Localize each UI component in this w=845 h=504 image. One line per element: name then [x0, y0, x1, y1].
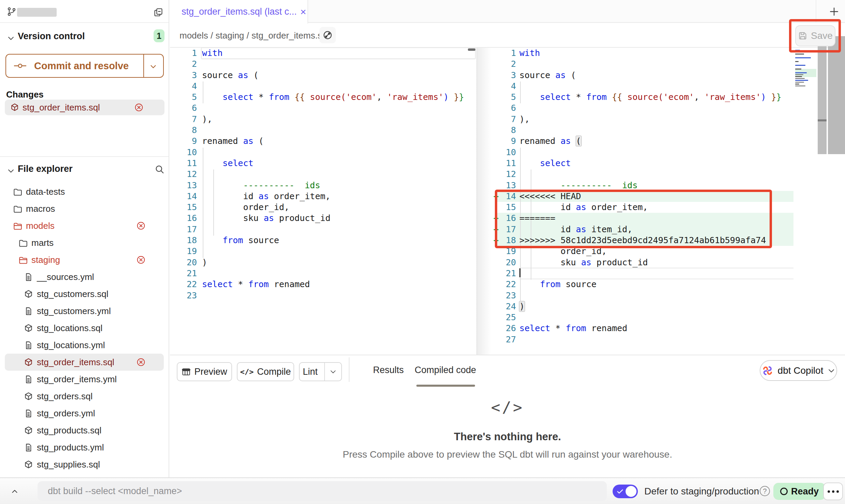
code-line-1[interactable]: 1with	[477, 48, 845, 59]
tab-stg-order-items[interactable]: stg_order_items.sql (last c... ×	[170, 0, 308, 24]
defer-toggle[interactable]	[613, 485, 638, 498]
code-line-2[interactable]: 2	[477, 59, 845, 70]
code-line-5[interactable]: 5 select * from {{ source('ecom', 'raw_i…	[170, 92, 476, 103]
code-line-9[interactable]: 9renamed as (	[170, 136, 476, 147]
code-line-19[interactable]: 19 order_id,	[477, 246, 845, 257]
code-line-7[interactable]: 7),	[477, 114, 845, 125]
code-line-13[interactable]: 13 ---------- ids	[477, 180, 845, 191]
file-tree-item-staging[interactable]: staging	[5, 251, 164, 268]
code-line-3[interactable]: 3source as (	[170, 70, 476, 81]
file-tree-item-models[interactable]: models	[5, 217, 164, 234]
code-line-8[interactable]: 8	[477, 125, 845, 136]
code-line-27[interactable]: 27	[477, 334, 845, 345]
new-tab-plus-icon[interactable]	[829, 6, 840, 17]
tab-results[interactable]: Results	[370, 365, 407, 375]
code-line-22[interactable]: 22select * from renamed	[170, 279, 476, 290]
discard-changes-icon[interactable]	[137, 358, 145, 367]
editor-scrollbar-track[interactable]	[818, 36, 827, 154]
code-line-3[interactable]: 3source as (	[477, 70, 845, 81]
lint-button[interactable]: Lint	[299, 362, 342, 381]
chevron-up-icon[interactable]	[10, 487, 20, 496]
copy-icon[interactable]	[154, 8, 163, 17]
lineage-button[interactable]	[319, 27, 336, 43]
file-tree-item-stg-order-items-yml[interactable]: stg_order_items.yml	[5, 371, 164, 388]
file-tree-item-data-tests[interactable]: data-tests	[5, 183, 164, 200]
save-button[interactable]: Save	[795, 25, 835, 46]
search-icon[interactable]	[154, 164, 164, 174]
code-line-21[interactable]: 21	[477, 268, 845, 279]
code-line-13[interactable]: 13 ---------- ids	[170, 180, 476, 191]
file-tree-item-stg-products-yml[interactable]: stg_products.yml	[5, 439, 164, 456]
code-line-20[interactable]: 20 sku as product_id	[477, 257, 845, 268]
connection-status-badge[interactable]: Ready	[773, 483, 826, 500]
code-line-18[interactable]: +18>>>>>>> 58c1dd23d5eebd9cd2495fa7124ab…	[477, 235, 845, 246]
code-line-5[interactable]: 5 select * from {{ source('ecom', 'raw_i…	[477, 92, 845, 103]
commit-dropdown-chevron-icon[interactable]	[149, 63, 158, 70]
code-line-24[interactable]: 24)	[477, 301, 845, 312]
code-line-11[interactable]: 11 select	[477, 158, 845, 169]
code-line-10[interactable]: 10	[170, 147, 476, 158]
file-tree-item-stg-supplies-sql[interactable]: stg_supplies.sql	[5, 456, 164, 473]
code-line-14[interactable]: +14<<<<<<< HEAD	[477, 191, 845, 202]
code-line-16[interactable]: 16 sku as product_id	[170, 213, 476, 224]
tab-compiled-code[interactable]: Compiled code	[413, 365, 478, 375]
dbt-copilot-button[interactable]: dbt Copilot	[760, 360, 837, 381]
command-input[interactable]: dbt build --select <model_name>	[38, 481, 607, 501]
code-line-10[interactable]: 10	[477, 147, 845, 158]
code-line-18[interactable]: 18 from source	[170, 235, 476, 246]
code-line-19[interactable]: 19	[170, 246, 476, 257]
code-line-22[interactable]: 22 from source	[477, 279, 845, 290]
file-tree-item-stg-customers-yml[interactable]: stg_customers.yml	[5, 302, 164, 320]
file-tree-item--sources-yml[interactable]: __sources.yml	[5, 268, 164, 285]
code-line-9[interactable]: 9renamed as (	[477, 136, 845, 147]
minimap[interactable]	[795, 50, 816, 89]
file-tree-item-marts[interactable]: marts	[5, 234, 164, 251]
code-line-25[interactable]: 25	[477, 312, 845, 323]
code-line-4[interactable]: 4	[170, 81, 476, 92]
code-line-26[interactable]: 26select * from renamed	[477, 323, 845, 334]
code-line-23[interactable]: 23	[170, 290, 476, 301]
help-icon[interactable]: ?	[760, 486, 770, 496]
discard-changes-icon[interactable]	[137, 255, 145, 264]
code-line-12[interactable]: 12	[170, 169, 476, 180]
more-options-button[interactable]	[823, 483, 843, 500]
file-tree-item-stg-customers-sql[interactable]: stg_customers.sql	[5, 285, 164, 302]
version-control-section-header[interactable]: Version control 1	[0, 29, 169, 44]
code-line-7[interactable]: 7),	[170, 114, 476, 125]
code-line-21[interactable]: 21	[170, 268, 476, 279]
code-line-17[interactable]: +17 id as item_id,	[477, 224, 845, 235]
code-line-16[interactable]: +16=======	[477, 213, 845, 224]
code-line-14[interactable]: 14 id as order_item,	[170, 191, 476, 202]
scrollbar-thumb[interactable]	[468, 48, 475, 51]
code-line-15[interactable]: 15 order_id,	[170, 202, 476, 213]
code-line-6[interactable]: 6	[170, 103, 476, 114]
code-line-2[interactable]: 2	[170, 59, 476, 70]
changed-file-row[interactable]: stg_order_items.sql	[5, 100, 164, 115]
code-line-12[interactable]: 12	[477, 169, 845, 180]
commit-and-resolve-button[interactable]: Commit and resolve	[5, 54, 164, 78]
tab-close-icon[interactable]: ×	[300, 7, 306, 17]
code-line-4[interactable]: 4	[477, 81, 845, 92]
code-line-11[interactable]: 11 select	[170, 158, 476, 169]
code-line-17[interactable]: 17	[170, 224, 476, 235]
editor-pane-left[interactable]: 1with23source as (45 select * from {{ so…	[170, 48, 476, 355]
file-tree-item-stg-locations-sql[interactable]: stg_locations.sql	[5, 320, 164, 337]
lint-dropdown-chevron-icon[interactable]	[324, 363, 341, 381]
editor-pane-right[interactable]: 1with23source as (45 select * from {{ so…	[477, 48, 845, 355]
code-line-20[interactable]: 20)	[170, 257, 476, 268]
code-line-15[interactable]: 15 id as order_item,	[477, 202, 845, 213]
code-line-1[interactable]: 1with	[170, 48, 476, 59]
file-tree-item-stg-orders-yml[interactable]: stg_orders.yml	[5, 405, 164, 422]
file-tree-item-macros[interactable]: macros	[5, 200, 164, 217]
file-explorer-section-header[interactable]: File explorer	[0, 162, 169, 177]
code-line-6[interactable]: 6	[477, 103, 845, 114]
file-tree-item-stg-order-items-sql[interactable]: stg_order_items.sql	[5, 354, 164, 371]
discard-changes-icon[interactable]	[137, 221, 145, 230]
file-tree-item-stg-locations-yml[interactable]: stg_locations.yml	[5, 337, 164, 354]
code-line-8[interactable]: 8	[170, 125, 476, 136]
preview-button[interactable]: Preview	[177, 362, 232, 381]
file-tree-item-stg-products-sql[interactable]: stg_products.sql	[5, 422, 164, 439]
file-tree-item-stg-orders-sql[interactable]: stg_orders.sql	[5, 388, 164, 405]
compile-button[interactable]: </> Compile	[237, 362, 294, 381]
window-scrollbar[interactable]	[828, 36, 845, 154]
